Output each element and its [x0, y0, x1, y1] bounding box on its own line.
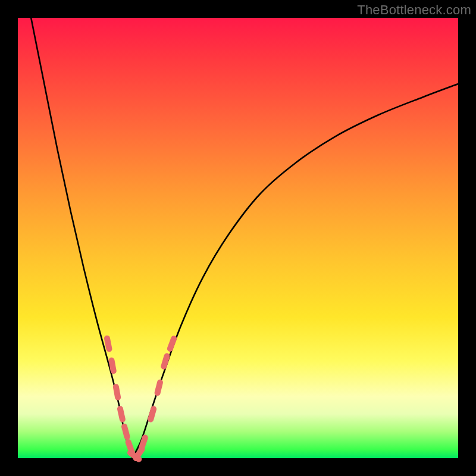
highlight-point — [151, 409, 154, 419]
highlight-point — [158, 383, 160, 393]
highlight-point — [170, 339, 174, 349]
highlight-point — [107, 339, 109, 349]
watermark-text: TheBottleneck.com — [357, 2, 471, 18]
highlight-point — [120, 409, 123, 419]
chart-svg — [18, 18, 458, 458]
highlight-point — [142, 438, 145, 448]
curve-right-branch — [132, 84, 458, 458]
chart-frame: TheBottleneck.com — [0, 0, 476, 476]
highlight-point — [164, 356, 167, 367]
highlight-point — [124, 427, 127, 437]
highlight-point — [116, 387, 118, 397]
highlight-point — [111, 361, 113, 371]
bottleneck-curve — [31, 18, 458, 458]
